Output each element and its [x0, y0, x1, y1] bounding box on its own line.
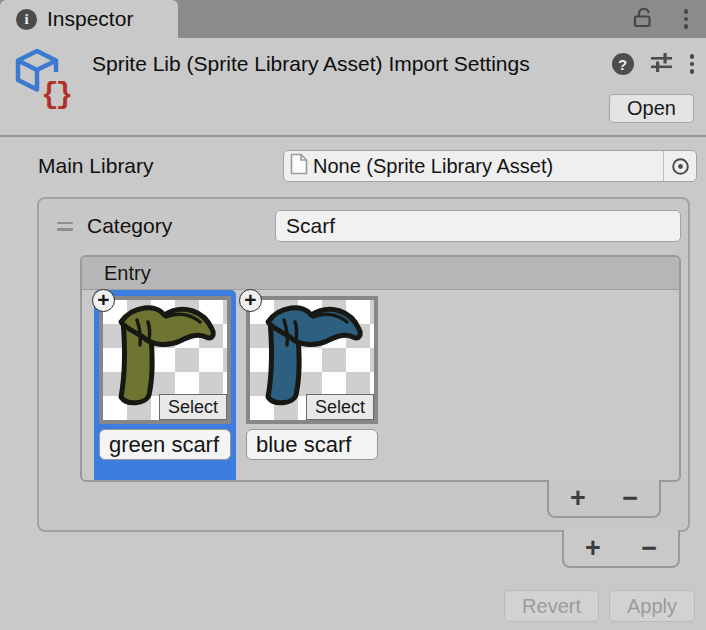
category-label: Category — [87, 214, 275, 238]
document-icon — [290, 153, 308, 179]
entry-list-footer: + − — [547, 480, 661, 518]
category-list-footer: + − — [562, 530, 680, 568]
entry-name-field[interactable]: green scarf — [99, 429, 231, 460]
tab-inspector[interactable]: i Inspector — [0, 0, 178, 38]
add-overlay-icon: + — [92, 289, 115, 312]
main-library-label: Main Library — [38, 154, 283, 178]
entry-list: Entry + Select gr — [80, 255, 681, 482]
category-name-field[interactable]: Scarf — [275, 210, 681, 242]
importer-apply-row: Revert Apply — [0, 590, 695, 622]
drag-handle-icon[interactable] — [57, 222, 73, 231]
info-icon: i — [16, 9, 37, 30]
category-row: Category Scarf — [39, 205, 688, 247]
header-kebab-menu-icon[interactable] — [690, 54, 695, 74]
inspector-body: Main Library None (Sprite Library Asset)… — [0, 149, 706, 622]
tab-kebab-menu-icon[interactable] — [684, 9, 689, 29]
presets-icon[interactable] — [650, 51, 674, 77]
braces-glyph: {} — [41, 81, 70, 110]
entry-list-body: + Select green scarf — [82, 290, 679, 480]
page-title: Sprite Lib (Sprite Library Asset) Import… — [92, 52, 606, 76]
select-button[interactable]: Select — [159, 394, 227, 420]
main-library-object-field[interactable]: None (Sprite Library Asset) — [283, 150, 697, 182]
main-library-row: Main Library None (Sprite Library Asset) — [38, 149, 697, 183]
unlock-icon[interactable] — [631, 6, 654, 33]
add-overlay-icon: + — [239, 289, 262, 312]
entry-tile-blue-scarf[interactable]: + Select blue scarf — [241, 290, 383, 480]
inspector-header: {} Sprite Lib (Sprite Library Asset) Imp… — [0, 38, 706, 137]
help-icon[interactable]: ? — [612, 53, 634, 75]
revert-button[interactable]: Revert — [504, 590, 599, 622]
sprite-thumbnail-blue-scarf[interactable]: + Select — [246, 296, 378, 424]
tab-strip: i Inspector — [0, 0, 706, 38]
category-add-button[interactable]: + — [585, 535, 601, 562]
object-picker-icon[interactable] — [663, 151, 696, 181]
sprite-thumbnail-green-scarf[interactable]: + Select — [99, 296, 231, 424]
category-list-item: Category Scarf Entry + — [37, 197, 690, 532]
open-button[interactable]: Open — [609, 94, 694, 123]
entry-add-button[interactable]: + — [570, 485, 586, 512]
main-library-value: None (Sprite Library Asset) — [308, 155, 663, 178]
select-button[interactable]: Select — [306, 394, 374, 420]
category-remove-button[interactable]: − — [641, 535, 657, 562]
apply-button[interactable]: Apply — [609, 590, 695, 622]
sprite-library-asset-icon: {} — [14, 48, 70, 110]
entry-tile-green-scarf[interactable]: + Select green scarf — [94, 290, 236, 480]
tab-label: Inspector — [47, 7, 133, 31]
entry-remove-button[interactable]: − — [622, 485, 638, 512]
entry-name-field[interactable]: blue scarf — [246, 429, 378, 460]
entry-list-header: Entry — [82, 257, 679, 290]
